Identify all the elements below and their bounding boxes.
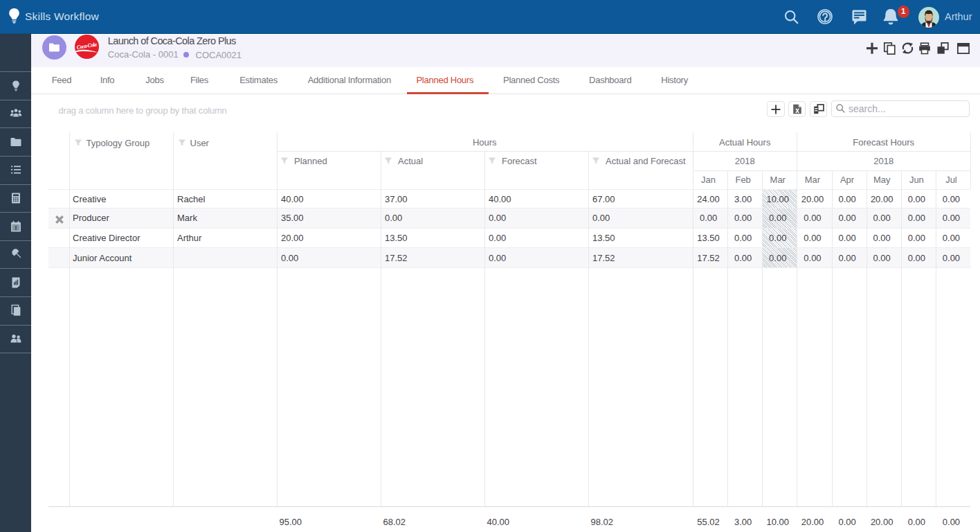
svg-text:I: I: [15, 224, 16, 231]
